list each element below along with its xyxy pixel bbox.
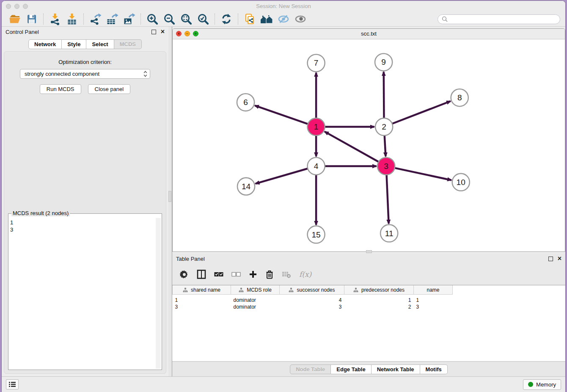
cell-successor-nodes[interactable]: 4	[280, 297, 344, 304]
table-tabs: Node TableEdge TableNetwork TableMotifs	[290, 364, 448, 374]
graph-node-10[interactable]: 10	[452, 174, 470, 191]
cell-shared-name[interactable]: 3	[173, 304, 231, 310]
graph-edge-2-8[interactable]	[391, 101, 451, 124]
search-input[interactable]	[450, 16, 556, 23]
show-columns-button[interactable]	[197, 270, 206, 279]
network-graph[interactable]: 7968124314101511	[173, 39, 565, 251]
tab-style[interactable]: Style	[62, 39, 86, 49]
graph-edge-4-14[interactable]	[256, 168, 309, 184]
graph-node-6[interactable]: 6	[237, 94, 254, 111]
hide-others-button[interactable]	[275, 13, 292, 25]
graph-node-4[interactable]: 4	[308, 157, 325, 175]
graph-node-15[interactable]: 15	[308, 226, 325, 243]
export-network-button[interactable]	[87, 13, 103, 25]
graph-node-11[interactable]: 11	[380, 225, 398, 242]
close-panel-icon[interactable]: ×	[558, 256, 561, 262]
graph-edge-3-1[interactable]	[325, 132, 380, 163]
cell-shared-name[interactable]: 1	[173, 297, 231, 304]
show-hidden-button[interactable]	[292, 13, 308, 25]
graph-node-1[interactable]: 1	[308, 118, 325, 135]
graph-node-7[interactable]: 7	[308, 54, 325, 72]
table-options-button[interactable]	[180, 270, 189, 279]
graph-node-14[interactable]: 14	[237, 178, 255, 195]
float-panel-icon[interactable]	[151, 30, 156, 34]
optimization-criterion-select[interactable]: strongly connected component	[20, 69, 150, 79]
cell-mcds-role[interactable]: dominator	[231, 297, 280, 304]
minimize-network-button[interactable]: −	[184, 31, 190, 36]
zoom-out-button[interactable]	[161, 13, 177, 25]
mcds-result-box: 1 3	[8, 213, 162, 370]
close-network-button[interactable]: ×	[176, 31, 182, 36]
show-all-networks-button[interactable]	[259, 13, 275, 25]
graph-edge-3-10[interactable]	[394, 168, 451, 180]
result-scrollbar[interactable]	[156, 218, 161, 369]
refresh-layout-button[interactable]	[218, 13, 234, 25]
graph-node-9[interactable]: 9	[375, 53, 392, 71]
import-table-button[interactable]	[64, 13, 80, 25]
maximize-network-button[interactable]: +	[193, 31, 198, 36]
cell-successor-nodes[interactable]: 3	[280, 304, 344, 310]
table-row[interactable]: 3dominator323	[173, 304, 453, 310]
graph-node-8[interactable]: 8	[451, 89, 468, 106]
float-panel-icon[interactable]	[548, 257, 553, 261]
close-panel-icon[interactable]: ×	[161, 29, 165, 35]
divider-handle-icon[interactable]	[168, 191, 171, 202]
column-header-successor-nodes[interactable]: successor nodes	[280, 285, 344, 295]
save-session-button[interactable]	[24, 13, 40, 25]
zoom-out-icon	[163, 13, 176, 25]
add-row-button[interactable]	[249, 270, 257, 279]
memory-button[interactable]: Memory	[523, 379, 561, 390]
import-network-button[interactable]	[47, 13, 63, 25]
tab-node-table[interactable]: Node Table	[290, 364, 331, 374]
zoom-fit-button[interactable]	[178, 13, 194, 25]
tab-network[interactable]: Network	[28, 39, 62, 49]
tab-motifs[interactable]: Motifs	[420, 364, 448, 374]
deselect-all-rows-button[interactable]	[231, 271, 241, 277]
horizontal-divider[interactable]	[172, 252, 565, 254]
run-mcds-button[interactable]: Run MCDS	[40, 84, 81, 94]
export-table-button[interactable]	[104, 13, 120, 25]
graph-edge-2-3[interactable]	[385, 134, 386, 156]
cell-name[interactable]: 1	[414, 297, 453, 304]
zoom-in-button[interactable]	[144, 13, 160, 25]
zoom-selected-icon	[197, 13, 209, 25]
tab-network-table[interactable]: Network Table	[372, 364, 420, 374]
tab-edge-table[interactable]: Edge Table	[331, 364, 371, 374]
delete-row-button[interactable]	[265, 270, 274, 279]
main-area: Control Panel × NetworkStyleSelectMCDS O…	[2, 27, 565, 376]
graph-node-3[interactable]: 3	[377, 157, 395, 175]
minimize-window-button[interactable]	[14, 4, 19, 9]
export-image-button[interactable]	[121, 13, 137, 25]
maximize-window-button[interactable]	[23, 4, 28, 9]
panel-divider[interactable]	[168, 27, 172, 376]
cell-name[interactable]: 3	[414, 304, 453, 310]
network-canvas[interactable]: 7968124314101511	[173, 39, 565, 251]
column-header-name[interactable]: name	[414, 285, 453, 295]
table-row[interactable]: 1dominator411	[173, 297, 453, 304]
zoom-selected-button[interactable]	[195, 13, 211, 25]
open-file-button[interactable]	[7, 13, 23, 25]
select-all-rows-button[interactable]	[214, 271, 223, 277]
cell-predecessor-nodes[interactable]: 2	[344, 304, 414, 310]
graph-edge-3-11[interactable]	[386, 174, 388, 224]
graph-node-2[interactable]: 2	[375, 118, 393, 135]
graph-edge-1-6[interactable]	[255, 105, 309, 124]
cell-mcds-role[interactable]: dominator	[231, 304, 280, 310]
zoom-in-icon	[146, 13, 159, 25]
column-header-mcds-role[interactable]: MCDS role	[231, 285, 280, 295]
divider-handle-icon[interactable]	[366, 250, 372, 253]
mcds-result-text: 1 3	[10, 219, 154, 368]
close-panel-button[interactable]: Close panel	[88, 84, 131, 94]
delete-table-icon	[282, 271, 291, 278]
control-panel-header: Control Panel ×	[2, 27, 168, 37]
clone-network-button[interactable]	[242, 13, 258, 25]
task-history-button[interactable]	[6, 379, 19, 389]
svg-text:2: 2	[382, 122, 386, 131]
graph-edge-2-9[interactable]	[384, 72, 384, 119]
tab-select[interactable]: Select	[86, 39, 114, 49]
tab-mcds[interactable]: MCDS	[114, 39, 142, 49]
column-header-shared-name[interactable]: shared name	[173, 285, 231, 295]
close-window-button[interactable]	[6, 4, 11, 9]
cell-predecessor-nodes[interactable]: 1	[344, 297, 414, 304]
column-header-predecessor-nodes[interactable]: predecessor nodes	[344, 285, 414, 295]
